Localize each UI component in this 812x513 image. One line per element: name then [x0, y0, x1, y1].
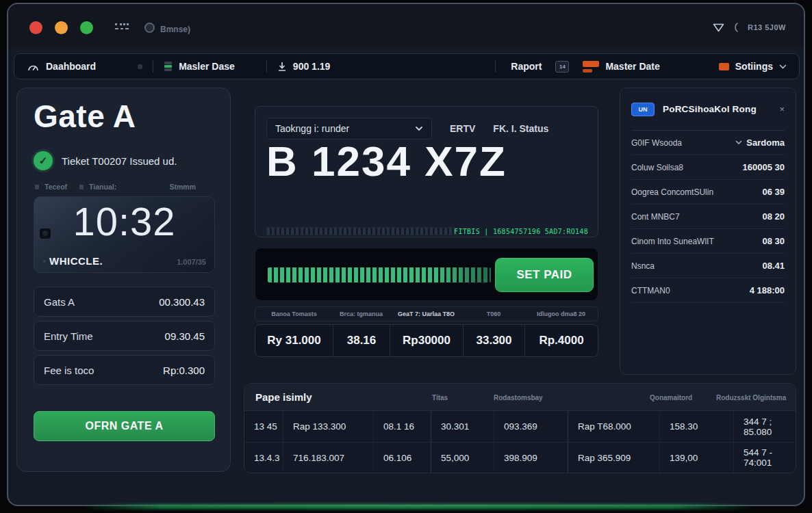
fee-value: Rp.4000: [524, 325, 598, 356]
cell: 30.301: [431, 411, 494, 442]
info-panel-header: UN PoRCSihoaKol Rong ×: [631, 88, 785, 131]
chevron-down-icon[interactable]: [735, 140, 742, 145]
settings-icon: [719, 63, 729, 70]
nav-item-master-base[interactable]: Masler Dase: [164, 61, 235, 72]
zoom-window-button[interactable]: [80, 21, 93, 34]
fee-header: T060: [463, 311, 524, 317]
payment-strip: SET PAID: [255, 248, 598, 301]
cell: 716.183.007: [283, 443, 373, 473]
info-row-label: Nsnca: [631, 261, 655, 271]
notification-dot: [138, 64, 142, 69]
cell: 08.1 16: [373, 411, 431, 442]
minimize-window-button[interactable]: [55, 21, 68, 34]
gate-panel: Gate A ✓ Tieket T00207 Issued ud. Teceof…: [16, 88, 231, 472]
dropdown-value: Taokngg i: runder: [275, 123, 349, 134]
connection-status-text: R13 5J0W: [748, 23, 786, 31]
fee-value: 33.300: [463, 325, 524, 356]
info-row-label: Oogrea ConcomtSUlin: [631, 187, 713, 197]
history-header: Pape isimly Titas Rodastomsbay Qonamaito…: [244, 384, 796, 411]
gate-info-row: Fee is toco Rp:0.300: [34, 355, 215, 385]
row-label: Fee is toco: [44, 365, 94, 376]
fee-value-row: Ry 31.000 38.16 Rp30000 33.300 Rp.4000: [255, 324, 598, 357]
nav-label-raport: Raport: [511, 61, 542, 72]
cell: 344 7 ; 85.080: [733, 411, 796, 442]
clock-counter: 1.007/35: [177, 258, 206, 266]
nav-item-master-date[interactable]: Master Date: [583, 61, 659, 73]
fee-header: Banoa Tomasts: [255, 311, 333, 317]
fee-summary: Banoa Tomasts Brca: tgmanua GeaT 7: Uarl…: [255, 306, 598, 357]
plate-status: ERTV FK. I. Status: [450, 123, 548, 134]
cell: 13 45: [244, 411, 283, 442]
info-row-value: 06 39: [762, 187, 785, 197]
nav-item-download[interactable]: 900 1.19: [277, 61, 331, 72]
history-row[interactable]: 13.4.3 716.183.007 06.106 55,000 398.909…: [244, 442, 796, 473]
meta-icon: [35, 185, 39, 189]
scan-tick-bar: [266, 227, 459, 235]
info-row-label: Cinom Into SuneaWlIT: [631, 237, 714, 246]
gate-meta-row: Teceof Tianual: Stmmm: [35, 183, 196, 191]
info-badge: UN: [631, 103, 655, 116]
nav-item-dashboard[interactable]: Daahboard: [27, 61, 142, 72]
meta-label-1: Teceof: [45, 183, 67, 191]
cell: 13.4.3: [244, 443, 283, 473]
fee-value: Ry 31.000: [255, 334, 333, 347]
gate-title: Gate A: [34, 98, 136, 135]
chevron-down-icon: [779, 64, 787, 69]
clock-footer: WHICCLE. 1.007/35: [43, 255, 206, 267]
database-icon: [164, 61, 173, 72]
master-date-icon: [583, 61, 599, 73]
check-circle-icon: ✓: [34, 151, 53, 170]
info-row-label: Cont MNBC7: [631, 212, 680, 222]
cell: 06.106: [373, 443, 431, 473]
cell: 398.909: [494, 443, 568, 473]
close-icon[interactable]: ×: [779, 104, 785, 114]
filter-icon[interactable]: [713, 23, 724, 32]
info-row-value: 08.41: [762, 261, 785, 271]
info-panel-title: PoRCSihoaKol Rong: [663, 104, 757, 114]
fee-header: Brca: tgmanua: [333, 311, 390, 317]
nav-divider: [495, 60, 496, 73]
app-title-label: Bmnse): [160, 25, 190, 34]
fee-value: Rp30000: [390, 325, 463, 356]
clock-time: 10:32: [34, 198, 214, 244]
nav-label-download: 900 1.19: [293, 61, 331, 72]
cell: Rap 365.909: [568, 443, 659, 473]
nav-item-settings[interactable]: Sotiings: [719, 61, 787, 72]
row-value: Rp:0.300: [163, 365, 205, 376]
signal-icon: [733, 23, 739, 32]
plate-status-left: ERTV: [450, 123, 475, 134]
info-row: CTTMAN0 4 188:00: [631, 278, 785, 303]
calendar-icon[interactable]: 14: [555, 61, 569, 73]
info-row-value: Sardoma: [746, 137, 785, 148]
row-value: 09.30.45: [165, 330, 205, 342]
navbar: Daahboard Masler Dase 900 1.19 Ra: [14, 53, 800, 79]
set-paid-button[interactable]: SET PAID: [495, 258, 594, 292]
history-column-header: Titas: [432, 394, 448, 402]
row-value: 00.300.43: [159, 296, 205, 308]
close-window-button[interactable]: [29, 21, 42, 34]
history-row[interactable]: 13 45 Rap 133.300 08.1 16 30.301 093.369…: [244, 411, 796, 442]
app-badge-icon: [144, 23, 155, 33]
lcd-readout-text: FITBIS | 16854757196 5AD7:RO148: [454, 228, 588, 235]
info-panel: UN PoRCSihoaKol Rong × G0IF Wsooda Sardo…: [620, 88, 796, 375]
cell: Rap 133.300: [283, 411, 373, 442]
info-row-label: CTTMAN0: [631, 286, 670, 295]
nav-label-master-base: Masler Dase: [179, 61, 235, 72]
cell: 139,00: [659, 443, 733, 473]
gate-info-row: Gats A 00.300.43: [34, 287, 215, 317]
info-row-value: 4 188:00: [750, 285, 785, 295]
cell: 544 7 - 74:001: [733, 443, 796, 473]
traffic-lights: [29, 21, 93, 34]
navbar-right: Raport 14 Master Date Sotiings: [494, 60, 787, 73]
nav-label-dashboard: Daahboard: [46, 61, 96, 72]
fee-header-row: Banoa Tomasts Brca: tgmanua GeaT 7: Uarl…: [255, 306, 598, 321]
history-table: Pape isimly Titas Rodastomsbay Qonamaito…: [244, 383, 796, 473]
app-grid-icon[interactable]: [114, 23, 129, 32]
titlebar-status-area: R13 5J0W: [713, 23, 786, 32]
cell: 55,000: [431, 443, 494, 473]
open-gate-button[interactable]: OFRN GATE A: [34, 411, 215, 441]
info-row: Cont MNBC7 08 20: [631, 205, 785, 229]
check-glyph: ✓: [39, 155, 48, 167]
nav-item-raport[interactable]: Raport: [511, 61, 542, 72]
license-plate-number: B 1234 X7Z: [266, 137, 507, 185]
